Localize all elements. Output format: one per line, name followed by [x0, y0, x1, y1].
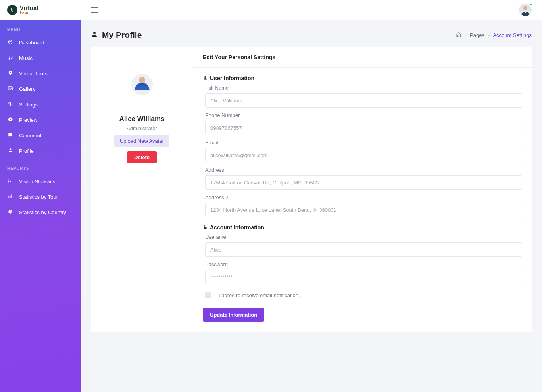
sidebar-item-stats-by-country[interactable]: Statistics by Country [0, 205, 81, 220]
sidebar-item-stats-by-tour[interactable]: Statistics by Tour [0, 189, 81, 205]
comment-icon [7, 132, 13, 139]
section-title: Account Information [210, 224, 264, 231]
logo-icon [7, 5, 17, 15]
svg-rect-14 [10, 196, 11, 198]
svg-line-3 [10, 41, 11, 42]
sidebar-item-label: Dashboard [19, 40, 44, 46]
sidebar-item-label: Comment [19, 133, 41, 138]
svg-rect-21 [204, 227, 207, 229]
section-title: User Information [210, 75, 254, 81]
eye-icon [7, 117, 13, 123]
username-input[interactable] [205, 242, 522, 257]
svg-point-20 [204, 76, 206, 78]
sidebar-toggle-button[interactable] [91, 7, 98, 13]
pie-chart-icon [7, 209, 13, 216]
phone-label: Phone Number [205, 112, 522, 118]
svg-point-19 [139, 77, 145, 83]
user-info-heading: User Information [203, 75, 522, 81]
chart-bar-icon [7, 194, 13, 200]
delete-avatar-button[interactable]: Delete [127, 151, 157, 163]
chart-line-icon [7, 178, 13, 185]
account-info-heading: Account Information [203, 224, 522, 231]
email-input[interactable] [205, 148, 522, 162]
music-icon [7, 55, 13, 61]
topbar [81, 0, 542, 20]
email-label: Email [205, 140, 522, 146]
sidebar-item-label: Profile [19, 148, 34, 154]
svg-rect-13 [8, 196, 9, 198]
breadcrumb-separator: » [464, 33, 467, 37]
breadcrumb-separator: » [488, 33, 490, 37]
image-icon [7, 86, 13, 92]
svg-point-18 [93, 32, 96, 34]
sidebar-item-dashboard[interactable]: Dashboard [0, 35, 81, 50]
brand-logo[interactable]: Virtual tour [0, 0, 81, 20]
full-name-input[interactable] [205, 93, 522, 108]
user-icon [203, 75, 208, 81]
address2-input[interactable] [205, 203, 522, 217]
breadcrumb-current: Account Settings [493, 32, 532, 38]
sidebar-item-comment[interactable]: Comment [0, 128, 81, 143]
sidebar-item-virtual-tours[interactable]: Virtual Tours [0, 66, 81, 81]
sidebar-item-label: Statistics by Tour [19, 194, 58, 200]
main-content: My Profile » Pages » Account Settings Al… [81, 20, 542, 342]
sidebar: Virtual tour MENU Dashboard Music Virtua… [0, 0, 81, 392]
sidebar-item-label: Virtual Tours [19, 71, 48, 77]
sidebar-item-label: Preview [19, 117, 37, 123]
map-pin-icon [7, 70, 13, 77]
svg-point-17 [523, 6, 527, 10]
update-information-button[interactable]: Update Information [203, 308, 264, 322]
reports-section-label: REPORTS [0, 159, 81, 174]
breadcrumb-pages[interactable]: Pages [470, 32, 484, 38]
page-title: My Profile [102, 30, 142, 40]
svg-point-12 [10, 148, 12, 150]
sidebar-item-visitor-stats[interactable]: Visitor Statistics [0, 174, 81, 189]
address-label: Address [205, 167, 522, 173]
svg-point-9 [9, 102, 11, 104]
menu-section-label: MENU [0, 20, 81, 35]
user-avatar-menu[interactable] [519, 4, 532, 16]
sidebar-item-profile[interactable]: Profile [0, 143, 81, 159]
password-input[interactable] [205, 270, 522, 284]
home-icon[interactable] [456, 32, 461, 38]
email-notification-checkbox[interactable] [205, 292, 211, 298]
card-header: Edit Your Personal Settings [193, 47, 532, 68]
online-status-indicator [529, 3, 532, 6]
page-header: My Profile » Pages » Account Settings [91, 30, 532, 40]
svg-point-10 [10, 104, 12, 106]
breadcrumb: » Pages » Account Settings [456, 32, 532, 38]
user-icon [7, 148, 13, 154]
sidebar-item-label: Visitor Statistics [19, 179, 56, 184]
sidebar-item-music[interactable]: Music [0, 50, 81, 66]
checkbox-label: I agree to receive email notification. [219, 292, 300, 298]
svg-rect-0 [12, 8, 13, 11]
gear-icon [7, 101, 13, 108]
sidebar-item-settings[interactable]: Settings [0, 97, 81, 112]
svg-point-11 [10, 119, 11, 120]
user-icon [91, 31, 98, 39]
full-name-label: Full Name [205, 85, 522, 91]
sidebar-item-label: Settings [19, 102, 38, 108]
sidebar-item-gallery[interactable]: Gallery [0, 81, 81, 97]
profile-form-card: Edit Your Personal Settings User Informa… [193, 47, 532, 332]
profile-avatar [131, 74, 153, 95]
profile-name: Alice Williams [99, 115, 185, 123]
sidebar-item-label: Gallery [19, 86, 35, 92]
svg-rect-15 [11, 194, 12, 198]
phone-input[interactable] [205, 121, 522, 135]
profile-role: Administrator [99, 125, 185, 131]
svg-point-4 [9, 58, 10, 60]
profile-sidebar-card: Alice Williams Administrator Upload New … [91, 47, 193, 332]
brand-name-top: Virtual [20, 5, 38, 11]
lock-icon [203, 224, 208, 231]
svg-point-5 [11, 58, 12, 59]
dashboard-icon [7, 39, 13, 46]
address2-label: Address 2 [205, 194, 522, 200]
sidebar-item-preview[interactable]: Preview [0, 112, 81, 128]
svg-point-6 [10, 72, 11, 73]
brand-name-bottom: tour [20, 11, 38, 15]
username-label: Userame [205, 234, 522, 240]
address-input[interactable] [205, 175, 522, 190]
sidebar-item-label: Statistics by Country [19, 209, 66, 215]
upload-avatar-button[interactable]: Upload New Avatar [114, 135, 169, 147]
